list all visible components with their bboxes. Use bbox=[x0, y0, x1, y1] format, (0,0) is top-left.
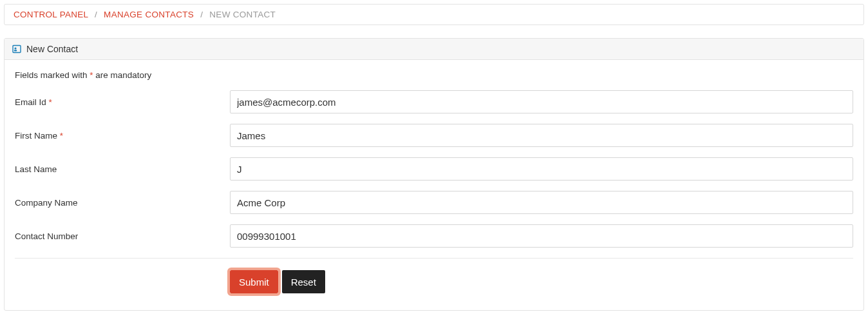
form-divider bbox=[15, 258, 853, 259]
mandatory-note-prefix: Fields marked with bbox=[15, 70, 90, 80]
form-row-contact-number: Contact Number bbox=[15, 224, 853, 248]
form-row-company: Company Name bbox=[15, 191, 853, 214]
email-label-text: Email Id bbox=[15, 97, 49, 107]
email-input[interactable] bbox=[230, 90, 853, 113]
first-name-label: First Name * bbox=[15, 131, 230, 141]
breadcrumb-separator: / bbox=[95, 10, 97, 19]
company-label: Company Name bbox=[15, 198, 230, 208]
breadcrumb-control-panel[interactable]: CONTROL PANEL bbox=[14, 10, 88, 19]
last-name-input[interactable] bbox=[230, 157, 853, 181]
svg-rect-2 bbox=[14, 50, 17, 51]
svg-rect-0 bbox=[13, 46, 21, 53]
breadcrumb-separator: / bbox=[200, 10, 203, 19]
contact-card-icon bbox=[12, 44, 21, 54]
company-input[interactable] bbox=[230, 191, 853, 214]
mandatory-note: Fields marked with * are mandatory bbox=[15, 70, 853, 80]
first-name-input[interactable] bbox=[230, 124, 853, 147]
panel-title: New Contact bbox=[26, 44, 78, 54]
form-row-first-name: First Name * bbox=[15, 124, 853, 147]
svg-point-1 bbox=[14, 47, 16, 49]
panel-body: Fields marked with * are mandatory Email… bbox=[5, 60, 863, 310]
contact-number-label: Contact Number bbox=[15, 231, 230, 241]
panel-header: New Contact bbox=[5, 39, 863, 60]
reset-button[interactable]: Reset bbox=[282, 270, 325, 293]
mandatory-note-suffix: are mandatory bbox=[93, 70, 152, 80]
form-row-last-name: Last Name bbox=[15, 157, 853, 181]
required-marker-icon: * bbox=[49, 97, 52, 107]
submit-button[interactable]: Submit bbox=[230, 270, 278, 293]
new-contact-panel: New Contact Fields marked with * are man… bbox=[4, 38, 864, 311]
button-row: Submit Reset bbox=[15, 270, 853, 293]
breadcrumb-current: NEW CONTACT bbox=[209, 10, 276, 19]
required-marker-icon: * bbox=[60, 131, 63, 141]
breadcrumb: CONTROL PANEL / MANAGE CONTACTS / NEW CO… bbox=[4, 4, 864, 25]
contact-number-input[interactable] bbox=[230, 224, 853, 248]
last-name-label: Last Name bbox=[15, 164, 230, 174]
form-row-email: Email Id * bbox=[15, 90, 853, 113]
email-label: Email Id * bbox=[15, 97, 230, 107]
breadcrumb-manage-contacts[interactable]: MANAGE CONTACTS bbox=[104, 10, 194, 19]
first-name-label-text: First Name bbox=[15, 131, 60, 141]
